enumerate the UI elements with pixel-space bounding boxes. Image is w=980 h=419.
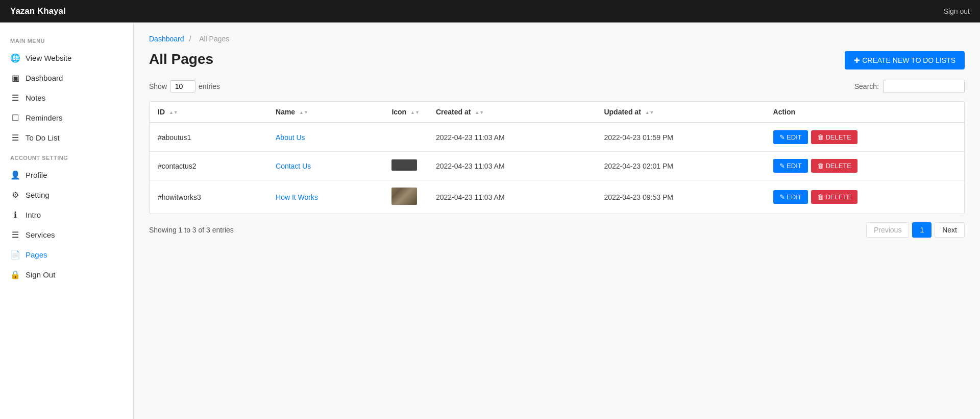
col-updated: Updated at ▲▼ <box>596 102 765 123</box>
sidebar-item-profile[interactable]: 👤 Profile <box>0 165 133 185</box>
sort-name-icon[interactable]: ▲▼ <box>299 110 308 115</box>
signout-top-button[interactable]: Sign out <box>944 7 970 15</box>
sidebar-label-setting: Setting <box>26 191 50 199</box>
delete-button-row-1[interactable]: 🗑 DELETE <box>811 159 857 173</box>
sort-updated-icon[interactable]: ▲▼ <box>645 110 654 115</box>
controls-row: Show entries Search: <box>149 80 965 93</box>
sidebar-item-notes[interactable]: ☰ Notes <box>0 88 133 108</box>
cell-action: ✎ EDIT 🗑 DELETE <box>765 123 964 152</box>
breadcrumb-current: All Pages <box>199 35 229 43</box>
setting-icon: ⚙ <box>10 190 20 200</box>
breadcrumb-dashboard-link[interactable]: Dashboard <box>149 35 184 43</box>
intro-icon: ℹ <box>10 210 20 220</box>
table-row: #howitworks3 How It Works 2022-04-23 11:… <box>150 180 964 214</box>
todo-icon: ☰ <box>10 133 20 143</box>
sidebar-label-notes: Notes <box>26 94 45 102</box>
row-icon-thumb <box>391 159 417 171</box>
cell-name: About Us <box>267 123 383 152</box>
cell-icon <box>383 180 428 214</box>
entries-label: entries <box>199 82 220 90</box>
show-label: Show <box>149 82 167 90</box>
edit-button-row-0[interactable]: ✎ EDIT <box>773 130 808 144</box>
table-row: #contactus2 Contact Us 2022-04-23 11:03 … <box>150 152 964 180</box>
sort-created-icon[interactable]: ▲▼ <box>475 110 484 115</box>
col-name: Name ▲▼ <box>267 102 383 123</box>
create-new-button[interactable]: ✚ CREATE NEW TO DO LISTS <box>845 51 965 69</box>
edit-button-row-1[interactable]: ✎ EDIT <box>773 159 808 173</box>
sort-icon-icon[interactable]: ▲▼ <box>410 110 420 115</box>
sidebar-item-setting[interactable]: ⚙ Setting <box>0 185 133 205</box>
sort-id-icon[interactable]: ▲▼ <box>169 110 178 115</box>
cell-created: 2022-04-23 11:03 AM <box>428 123 596 152</box>
sidebar-item-services[interactable]: ☰ Services <box>0 225 133 245</box>
pagination: Previous 1 Next <box>866 222 965 238</box>
cell-action: ✎ EDIT 🗑 DELETE <box>765 180 964 214</box>
sidebar-item-view-website[interactable]: 🌐 View Website <box>0 48 133 68</box>
cell-name: Contact Us <box>267 152 383 180</box>
page-header: All Pages ✚ CREATE NEW TO DO LISTS <box>149 51 965 69</box>
entries-count-input[interactable] <box>170 80 195 92</box>
notes-icon: ☰ <box>10 93 20 103</box>
sidebar-label-view-website: View Website <box>26 54 71 62</box>
page-title: All Pages <box>149 51 213 67</box>
col-icon: Icon ▲▼ <box>383 102 428 123</box>
table-footer: Showing 1 to 3 of 3 entries Previous 1 N… <box>149 222 965 238</box>
sidebar-label-intro: Intro <box>26 211 41 219</box>
previous-button[interactable]: Previous <box>866 222 909 238</box>
sidebar-label-profile: Profile <box>26 171 47 179</box>
sidebar-item-intro[interactable]: ℹ Intro <box>0 205 133 225</box>
globe-icon: 🌐 <box>10 53 20 63</box>
sidebar-label-signout: Sign Out <box>26 270 55 279</box>
table-header-row: ID ▲▼ Name ▲▼ Icon ▲▼ Created at <box>150 102 964 123</box>
pages-icon: 📄 <box>10 250 20 260</box>
table-row: #aboutus1 About Us 2022-04-23 11:03 AM 2… <box>150 123 964 152</box>
breadcrumb-separator: / <box>189 35 191 43</box>
col-id: ID ▲▼ <box>150 102 267 123</box>
cell-updated: 2022-04-23 02:01 PM <box>596 152 765 180</box>
search-input[interactable] <box>883 80 965 93</box>
breadcrumb: Dashboard / All Pages <box>149 35 965 43</box>
cell-id: #contactus2 <box>150 152 267 180</box>
pages-table-container: ID ▲▼ Name ▲▼ Icon ▲▼ Created at <box>149 101 965 214</box>
app-title: Yazan Khayal <box>10 6 66 16</box>
cell-icon <box>383 123 428 152</box>
sidebar-item-todo[interactable]: ☰ To Do List <box>0 128 133 148</box>
sidebar-item-signout[interactable]: 🔒 Sign Out <box>0 265 133 285</box>
topbar: Yazan Khayal Sign out <box>0 0 980 22</box>
cell-icon <box>383 152 428 180</box>
sidebar: MAIN MENU 🌐 View Website ▣ Dashboard ☰ N… <box>0 22 134 419</box>
sidebar-item-dashboard[interactable]: ▣ Dashboard <box>0 68 133 88</box>
sidebar-item-pages[interactable]: 📄 Pages <box>0 245 133 265</box>
page-1-button[interactable]: 1 <box>912 222 932 238</box>
search-row: Search: <box>854 80 965 93</box>
showing-entries-text: Showing 1 to 3 of 3 entries <box>149 226 234 234</box>
cell-name: How It Works <box>267 180 383 214</box>
cell-action: ✎ EDIT 🗑 DELETE <box>765 152 964 180</box>
sidebar-label-pages: Pages <box>26 250 47 259</box>
sidebar-label-reminders: Reminders <box>26 113 63 122</box>
search-label: Search: <box>854 82 879 90</box>
row-icon-img <box>391 188 417 205</box>
cell-updated: 2022-04-23 01:59 PM <box>596 123 765 152</box>
edit-button-row-2[interactable]: ✎ EDIT <box>773 190 808 204</box>
main-menu-label: MAIN MENU <box>0 38 133 48</box>
sidebar-label-services: Services <box>26 230 55 239</box>
reminders-icon: ☐ <box>10 113 20 123</box>
account-settings-label: ACCOUNT SETTING <box>0 155 133 165</box>
sidebar-item-reminders[interactable]: ☐ Reminders <box>0 108 133 128</box>
signout-icon: 🔒 <box>10 270 20 280</box>
delete-button-row-0[interactable]: 🗑 DELETE <box>811 130 857 144</box>
dashboard-icon: ▣ <box>10 73 20 83</box>
services-icon: ☰ <box>10 230 20 240</box>
next-button[interactable]: Next <box>935 222 965 238</box>
col-created: Created at ▲▼ <box>428 102 596 123</box>
sidebar-label-todo: To Do List <box>26 133 60 142</box>
cell-id: #howitworks3 <box>150 180 267 214</box>
cell-created: 2022-04-23 11:03 AM <box>428 180 596 214</box>
delete-button-row-2[interactable]: 🗑 DELETE <box>811 190 857 204</box>
profile-icon: 👤 <box>10 170 20 180</box>
cell-id: #aboutus1 <box>150 123 267 152</box>
cell-created: 2022-04-23 11:03 AM <box>428 152 596 180</box>
pages-table: ID ▲▼ Name ▲▼ Icon ▲▼ Created at <box>150 102 964 214</box>
main-content: Dashboard / All Pages All Pages ✚ CREATE… <box>134 22 980 419</box>
